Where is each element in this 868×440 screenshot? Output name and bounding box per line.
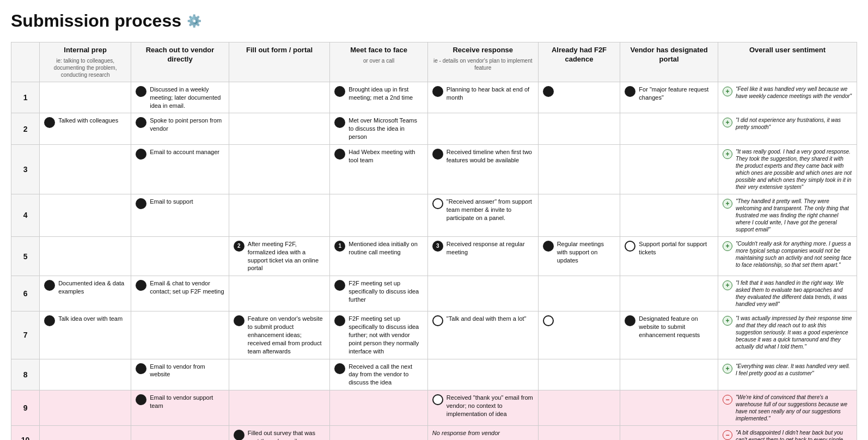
text-meet-1: Brought idea up in first meeting; met a … xyxy=(349,85,423,102)
text-meet-7: F2F meeting set up specifically to discu… xyxy=(349,315,423,355)
cell-fill-1 xyxy=(229,82,329,113)
cell-f2f-10 xyxy=(538,426,620,440)
text-fill-10: Filled out survey that was sent through … xyxy=(248,429,325,440)
dot-receive-3 xyxy=(432,149,443,160)
col-header-reach: Reach out to vendor directly xyxy=(131,42,229,82)
dot-fill-7 xyxy=(234,315,244,326)
cell-receive-1: Planning to hear back at end of month xyxy=(427,82,538,113)
dot-reach-6 xyxy=(136,280,146,291)
cell-internal-10 xyxy=(40,426,131,440)
cell-f2f-1 xyxy=(538,82,620,113)
cell-meet-5: 1Mentioned idea initially on routine cal… xyxy=(330,236,428,276)
cell-receive-10: No response from vendor xyxy=(427,426,538,440)
text-meet-8: Received a call the next day from the ve… xyxy=(349,363,423,387)
row-num-9: 9 xyxy=(11,390,40,426)
cell-portal-6 xyxy=(620,276,718,311)
dot-portal-1 xyxy=(625,86,635,97)
text-receive-4: "Received answer" from support team memb… xyxy=(447,198,534,222)
cell-meet-4 xyxy=(330,194,428,236)
col-header-sentiment: Overall user sentiment xyxy=(718,42,857,82)
text-internal-2: Talked with colleagues xyxy=(58,117,126,125)
sentiment-text-10: "A bit disappointed I didn't hear back b… xyxy=(736,429,852,440)
sentiment-text-7: "I was actually impressed by their respo… xyxy=(736,315,852,350)
cell-meet-6: F2F meeting set up specifically to discu… xyxy=(330,276,428,311)
cell-sentiment-4: +"They handled it pretty well. They were… xyxy=(718,194,857,236)
text-meet-5: Mentioned idea initially on routine call… xyxy=(349,240,423,256)
text-internal-6: Documented idea & data examples xyxy=(58,279,126,296)
text-portal-1: For "major feature request changes" xyxy=(639,85,713,102)
row-num-6: 6 xyxy=(11,276,40,311)
cell-fill-7: Feature on vendor's website to submit pr… xyxy=(229,311,329,359)
sentiment-badge-6: + xyxy=(723,280,732,290)
dot-receive-7 xyxy=(432,315,443,326)
row-num-3: 3 xyxy=(11,144,40,194)
dot-reach-2 xyxy=(136,117,146,128)
cell-f2f-2 xyxy=(538,113,620,145)
sentiment-text-8: "Everything was clear. It was handled ve… xyxy=(736,363,852,377)
row-num-10: 10 xyxy=(11,426,40,440)
col-header-receive: Receive response ie - details on vendor'… xyxy=(427,42,538,82)
dot-meet-6 xyxy=(334,280,345,291)
dot-receive-5: 3 xyxy=(432,241,443,252)
settings-icon[interactable]: ⚙️ xyxy=(187,14,201,28)
cell-receive-6 xyxy=(427,276,538,311)
cell-portal-3 xyxy=(620,144,718,194)
text-reach-9: Email to vendor support team xyxy=(150,394,224,410)
cell-reach-8: Email to vendor from website xyxy=(131,359,229,390)
table-row: 3Email to account managerHad Webex meeti… xyxy=(11,144,857,194)
cell-meet-1: Brought idea up in first meeting; met a … xyxy=(330,82,428,113)
col-header-fill: Fill out form / portal xyxy=(229,42,329,82)
cell-internal-6: Documented idea & data examples xyxy=(40,276,131,311)
cell-f2f-8 xyxy=(538,359,620,390)
cell-sentiment-7: +"I was actually impressed by their resp… xyxy=(718,311,857,359)
dot-meet-3 xyxy=(334,149,345,160)
cell-internal-2: Talked with colleagues xyxy=(40,113,131,145)
cell-internal-9 xyxy=(40,390,131,426)
dot-portal-5 xyxy=(625,241,635,252)
cell-f2f-4 xyxy=(538,194,620,236)
sentiment-badge-3: + xyxy=(723,149,732,159)
cell-f2f-9 xyxy=(538,390,620,426)
cell-f2f-5: Regular meetings with support on updates xyxy=(538,236,620,276)
dot-receive-1 xyxy=(432,86,443,97)
cell-portal-8 xyxy=(620,359,718,390)
text-meet-2: Met over Microsoft Teams to discuss the … xyxy=(349,117,423,141)
sentiment-text-2: "I did not experience any frustrations, … xyxy=(736,117,852,131)
sentiment-badge-8: + xyxy=(723,364,732,374)
cell-f2f-3 xyxy=(538,144,620,194)
text-receive-1: Planning to hear back at end of month xyxy=(447,85,534,102)
col-header-f2f: Already had F2F cadence xyxy=(538,42,620,82)
table-row: 9Email to vendor support teamReceived "t… xyxy=(11,390,857,426)
sentiment-badge-5: + xyxy=(723,241,732,251)
cell-internal-8 xyxy=(40,359,131,390)
sentiment-badge-7: + xyxy=(723,316,732,326)
row-num-4: 4 xyxy=(11,194,40,236)
cell-reach-3: Email to account manager xyxy=(131,144,229,194)
row-num-7: 7 xyxy=(11,311,40,359)
cell-reach-2: Spoke to point person from vendor xyxy=(131,113,229,145)
cell-portal-4 xyxy=(620,194,718,236)
text-portal-7: Designated feature on website to submit … xyxy=(639,315,713,339)
text-reach-2: Spoke to point person from vendor xyxy=(150,117,224,133)
text-receive-10: No response from vendor xyxy=(432,429,534,437)
text-reach-8: Email to vendor from website xyxy=(150,363,224,379)
row-num-2: 2 xyxy=(11,113,40,145)
cell-meet-2: Met over Microsoft Teams to discuss the … xyxy=(330,113,428,145)
dot-meet-7 xyxy=(334,315,345,326)
text-fill-5: After meeting F2F, formalized idea with … xyxy=(248,240,325,272)
sentiment-text-5: "Couldn't really ask for anything more. … xyxy=(736,240,852,268)
cell-reach-9: Email to vendor support team xyxy=(131,390,229,426)
row-num-1: 1 xyxy=(11,82,40,113)
text-fill-7: Feature on vendor's website to submit pr… xyxy=(248,315,325,355)
cell-f2f-7 xyxy=(538,311,620,359)
cell-reach-10 xyxy=(131,426,229,440)
page-title: Submission process xyxy=(11,11,181,31)
sentiment-badge-2: + xyxy=(723,118,732,127)
cell-reach-6: Email & chat to vendor contact; set up F… xyxy=(131,276,229,311)
dot-internal-6 xyxy=(44,280,55,291)
cell-sentiment-10: −"A bit disappointed I didn't hear back … xyxy=(718,426,857,440)
cell-fill-4 xyxy=(229,194,329,236)
text-meet-3: Had Webex meeting with tool team xyxy=(349,148,423,164)
text-receive-9: Received "thank you" email from vendor; … xyxy=(447,394,534,418)
row-num-5: 5 xyxy=(11,236,40,276)
